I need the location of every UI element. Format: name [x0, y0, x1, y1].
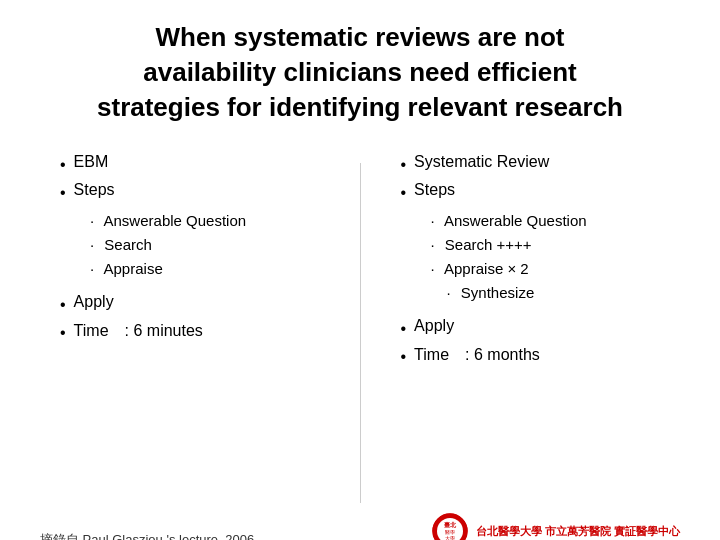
bullet-dot: • [60, 321, 66, 345]
bullet-dot: • [60, 181, 66, 205]
left-sub-search: Search [104, 236, 152, 253]
footer-area: 摘錄自 Paul Glasziou 's lecture, 2006 臺北 醫學… [40, 513, 680, 540]
sub-bullet-icon: · [90, 236, 94, 253]
left-apply-label: Apply [74, 293, 114, 311]
right-item-apply: • Apply [401, 317, 681, 341]
left-time-label: Time : 6 minutes [74, 321, 203, 342]
right-steps-label: Steps [414, 181, 455, 199]
bullet-dot: • [401, 181, 407, 205]
list-item: · Appraise [90, 257, 340, 281]
left-ebm-label: EBM [74, 153, 109, 171]
right-item-time: • Time : 6 months [401, 345, 681, 369]
sub-bullet-icon: · [90, 260, 94, 277]
logo-institution-text: 台北醫學大學 市立萬芳醫院 實証醫學中心 [476, 524, 680, 539]
left-steps-label: Steps [74, 181, 115, 199]
right-sub-answerable: Answerable Question [444, 212, 587, 229]
list-item: · Search [90, 233, 340, 257]
right-item-steps: • Steps [401, 181, 681, 205]
svg-text:臺北: 臺北 [444, 521, 457, 528]
sub-bullet-icon: · [431, 212, 435, 229]
right-sub-search: Search ++++ [445, 236, 532, 253]
title-line3: strategies for identifying relevant rese… [97, 92, 623, 122]
title-area: When systematic reviews are not availabi… [40, 20, 680, 125]
right-sub-synthesize: Synthesize [461, 284, 534, 301]
left-column: • EBM • Steps · Answerable Question · Se… [40, 153, 340, 503]
sub-bullet-icon: · [90, 212, 94, 229]
svg-text:大學: 大學 [445, 535, 455, 540]
bullet-dot: • [401, 345, 407, 369]
source-citation: 摘錄自 Paul Glasziou 's lecture, 2006 [40, 531, 254, 540]
list-item: · Answerable Question [431, 209, 681, 233]
sub-bullet-icon: · [431, 260, 435, 277]
right-column: • Systematic Review • Steps · Answerable… [381, 153, 681, 503]
content-area: • EBM • Steps · Answerable Question · Se… [40, 153, 680, 503]
list-item: · Search ++++ [431, 233, 681, 257]
right-item-systematic-review: • Systematic Review [401, 153, 681, 177]
left-item-apply: • Apply [60, 293, 340, 317]
list-item: · Answerable Question [90, 209, 340, 233]
sub-bullet-icon: · [431, 236, 435, 253]
bullet-dot: • [60, 293, 66, 317]
right-apply-label: Apply [414, 317, 454, 335]
left-item-time: • Time : 6 minutes [60, 321, 340, 345]
right-steps-sublist: · Answerable Question · Search ++++ · Ap… [401, 209, 681, 305]
list-item: · Appraise × 2 [431, 257, 681, 281]
column-divider [360, 163, 361, 503]
left-item-steps: • Steps [60, 181, 340, 205]
svg-text:醫學: 醫學 [445, 529, 455, 535]
bullet-dot: • [60, 153, 66, 177]
bullet-dot: • [401, 317, 407, 341]
right-sub-appraise: Appraise × 2 [444, 260, 529, 277]
title-line1: When systematic reviews are not [156, 22, 565, 52]
bullet-dot: • [401, 153, 407, 177]
sub-bullet-icon: · [447, 284, 451, 301]
logo-area: 臺北 醫學 大學 台北醫學大學 市立萬芳醫院 實証醫學中心 [432, 513, 680, 540]
slide-container: When systematic reviews are not availabi… [0, 0, 720, 540]
left-sub-answerable: Answerable Question [104, 212, 247, 229]
right-time-label: Time : 6 months [414, 345, 540, 366]
slide-title: When systematic reviews are not availabi… [50, 20, 670, 125]
right-sr-label: Systematic Review [414, 153, 549, 171]
left-item-ebm: • EBM [60, 153, 340, 177]
title-line2: availability clinicians need efficient [143, 57, 577, 87]
left-steps-sublist: · Answerable Question · Search · Apprais… [60, 209, 340, 281]
left-sub-appraise: Appraise [104, 260, 163, 277]
list-item: · Synthesize [431, 281, 681, 305]
logo-emblem-icon: 臺北 醫學 大學 [432, 513, 468, 540]
